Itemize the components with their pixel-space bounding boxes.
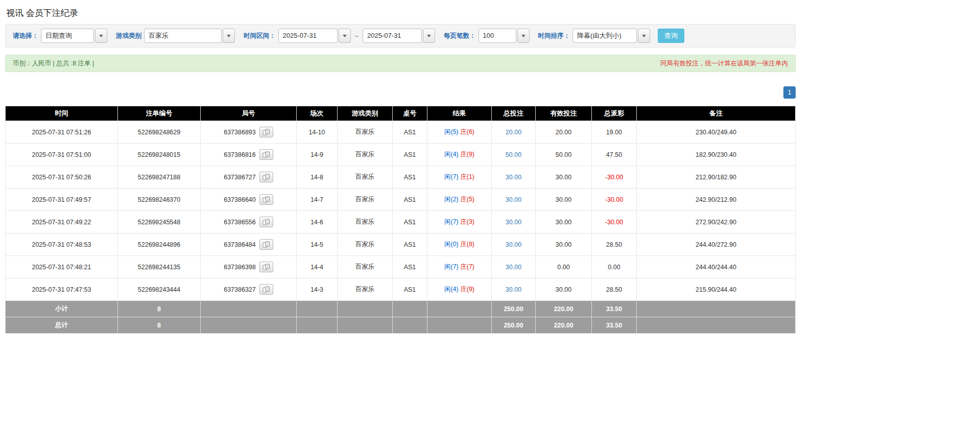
subtotal-empty-table	[393, 301, 427, 317]
total-bet-link[interactable]: 30.00	[506, 174, 521, 181]
table-body: 2025-07-31 07:51:26522698248629637386893…	[6, 121, 796, 301]
col-table-no: 桌号	[393, 106, 427, 121]
date-from-combobox[interactable]: 2025-07-31	[278, 29, 351, 43]
game-type-value[interactable]: 百家乐	[144, 29, 222, 43]
date-to-combobox[interactable]: 2025-07-31	[363, 29, 435, 43]
round-id-text: 637386556	[224, 219, 256, 226]
cell-session: 14-6	[297, 211, 338, 233]
cell-game-type: 百家乐	[338, 121, 393, 144]
total-bet-link[interactable]: 30.00	[506, 286, 521, 293]
view-cards-button[interactable]	[259, 217, 273, 227]
page-container: 视讯 会员下注纪录 请选择： 日期查询 游戏类别 百家乐 时间区间： 2025-…	[5, 0, 796, 334]
total-bet-link[interactable]: 30.00	[506, 241, 521, 248]
date-to-value[interactable]: 2025-07-31	[363, 29, 422, 43]
col-payout: 总派彩	[592, 106, 637, 121]
view-cards-button[interactable]	[259, 284, 273, 295]
cell-session: 14-8	[297, 166, 338, 189]
total-bet-link[interactable]: 50.00	[506, 151, 521, 158]
table-row: 2025-07-31 07:50:26522698247188637386727…	[6, 166, 796, 189]
total-total-bet: 250.00	[492, 317, 536, 334]
subtotal-total-bet: 250.00	[492, 301, 536, 317]
cell-result: 闲(7) 庄(1)	[427, 166, 492, 189]
caret-down-icon	[343, 35, 347, 37]
game-type-combobox[interactable]: 百家乐	[144, 29, 235, 43]
page-size-value[interactable]: 100	[479, 29, 516, 43]
page-size-combobox[interactable]: 100	[479, 29, 530, 43]
page-title: 视讯 会员下注纪录	[5, 0, 796, 24]
date-to-dropdown-arrow-icon[interactable]	[423, 29, 435, 43]
cell-time: 2025-07-31 07:51:26	[6, 121, 118, 144]
time-sort-dropdown-arrow-icon[interactable]	[638, 29, 650, 43]
col-game-type: 游戏类别	[338, 106, 393, 121]
query-type-dropdown-arrow-icon[interactable]	[95, 29, 107, 43]
time-sort-value[interactable]: 降幕(由大到小)	[572, 29, 637, 43]
date-range-label: 时间区间：	[244, 32, 276, 40]
cell-table-no: AS1	[393, 166, 427, 189]
result-banker: 庄(6)	[460, 128, 474, 135]
cell-note: 244.40/272.90	[637, 233, 796, 256]
date-from-dropdown-arrow-icon[interactable]	[339, 29, 351, 43]
cell-bet-id: 522698248015	[118, 144, 201, 166]
page-size-dropdown-arrow-icon[interactable]	[517, 29, 530, 43]
total-bet-link[interactable]: 30.00	[506, 219, 521, 226]
cell-payout: -30.00	[592, 166, 637, 189]
view-cards-button[interactable]	[259, 127, 273, 137]
cell-valid-bet: 50.00	[536, 144, 592, 166]
view-cards-button[interactable]	[259, 172, 273, 182]
cell-valid-bet: 30.00	[536, 278, 592, 301]
round-id-text: 637386484	[224, 241, 256, 248]
time-sort-combobox[interactable]: 降幕(由大到小)	[572, 29, 650, 43]
cell-game-type: 百家乐	[338, 189, 393, 211]
search-button[interactable]: 查询	[658, 29, 684, 43]
total-bet-link[interactable]: 20.00	[506, 129, 521, 136]
cell-payout: -30.00	[592, 211, 637, 233]
total-bet-link[interactable]: 30.00	[506, 196, 521, 203]
result-player: 闲(7)	[444, 263, 459, 270]
query-type-value[interactable]: 日期查询	[41, 29, 94, 43]
result-player: 闲(7)	[444, 218, 459, 225]
total-empty-result	[427, 317, 492, 334]
cell-note: 182.90/230.40	[637, 144, 796, 166]
view-cards-button[interactable]	[259, 262, 273, 272]
date-range-separator: ~	[355, 32, 359, 40]
page-button-1[interactable]: 1	[783, 86, 796, 99]
cell-valid-bet: 20.00	[536, 121, 592, 144]
cards-icon	[262, 241, 270, 248]
view-cards-button[interactable]	[259, 194, 273, 205]
cell-payout: -30.00	[592, 189, 637, 211]
cell-result: 闲(4) 庄(9)	[427, 144, 492, 166]
caret-down-icon	[99, 35, 103, 37]
cell-bet-id: 522698243444	[118, 278, 201, 301]
game-type-label: 游戏类别	[116, 32, 141, 40]
cell-round-id: 637386816	[201, 144, 297, 166]
pagination: 1	[5, 86, 796, 99]
cell-table-no: AS1	[393, 121, 427, 144]
date-from-value[interactable]: 2025-07-31	[278, 29, 338, 43]
cell-bet-id: 522698245548	[118, 211, 201, 233]
total-empty-round	[201, 317, 297, 334]
cell-game-type: 百家乐	[338, 233, 393, 256]
cell-table-no: AS1	[393, 256, 427, 278]
cell-game-type: 百家乐	[338, 211, 393, 233]
result-player: 闲(4)	[444, 286, 459, 293]
cell-session: 14-5	[297, 233, 338, 256]
table-row: 2025-07-31 07:49:22522698245548637386556…	[6, 211, 796, 233]
view-cards-button[interactable]	[259, 239, 273, 250]
game-type-dropdown-arrow-icon[interactable]	[223, 29, 235, 43]
cell-round-id: 637386327	[201, 278, 297, 301]
result-player: 闲(5)	[444, 128, 459, 135]
query-type-combobox[interactable]: 日期查询	[41, 29, 107, 43]
col-time: 时间	[6, 106, 118, 121]
cell-total-bet: 30.00	[492, 189, 536, 211]
subtotal-label: 小计	[6, 301, 118, 317]
total-bet-link[interactable]: 30.00	[506, 264, 521, 271]
cards-icon	[262, 151, 270, 158]
total-valid-bet: 220.00	[536, 317, 592, 334]
view-cards-button[interactable]	[259, 149, 273, 160]
cell-note: 215.90/244.40	[637, 278, 796, 301]
round-id-text: 637386727	[224, 174, 256, 181]
cell-time: 2025-07-31 07:48:53	[6, 233, 118, 256]
cards-icon	[262, 196, 270, 203]
summary-notice: 同局有效投注，统一计算在该局第一张注单内	[660, 59, 788, 68]
result-player: 闲(0)	[444, 241, 459, 248]
